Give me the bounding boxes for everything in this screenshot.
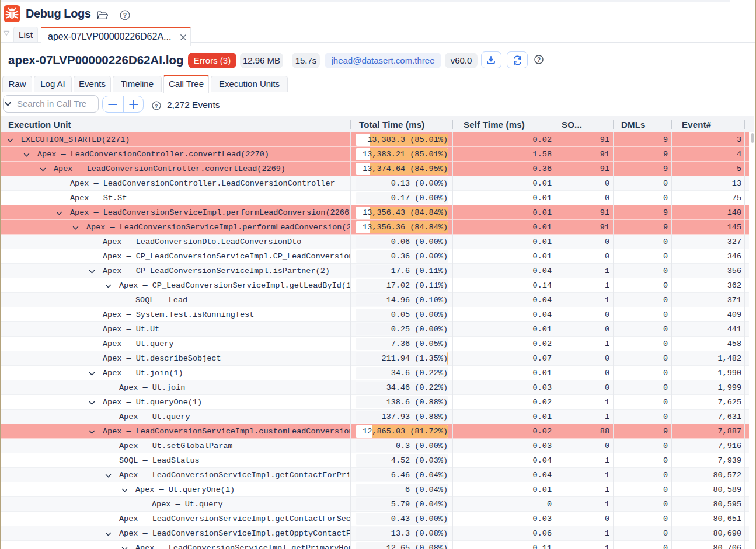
svg-text:?: ? xyxy=(155,103,158,109)
svg-text:?: ? xyxy=(123,12,127,19)
svg-text:?: ? xyxy=(537,57,541,63)
